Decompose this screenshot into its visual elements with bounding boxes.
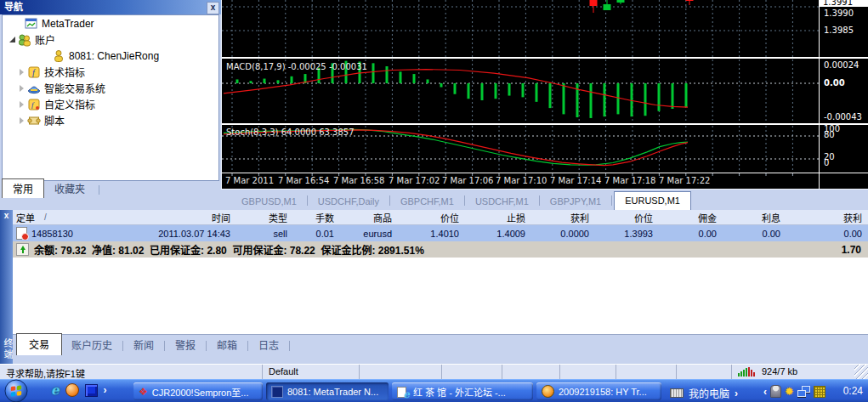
terminal-close-icon[interactable]: x	[0, 211, 13, 220]
tab-separator	[206, 341, 207, 351]
desktop-toolbar[interactable]: 我的电脑 ›	[670, 386, 738, 400]
chart-tab-bar: GBPUSD,M1 USDCHF,Daily GBPCHF,M1 USDCHF,…	[221, 189, 868, 210]
column-header-lots[interactable]: 手数	[293, 211, 340, 224]
navigator-close-icon[interactable]: x	[207, 2, 219, 14]
order-row[interactable]: 14858130 2011.03.07 14:43 sell 0.01 euru…	[13, 225, 868, 241]
toolbar-chevron-icon[interactable]: ›	[735, 388, 738, 399]
tray-network-icon[interactable]	[797, 386, 810, 397]
time-tick: 7 Mar 16:54	[278, 176, 329, 185]
order-id: 14858130	[31, 229, 73, 239]
start-button[interactable]	[3, 379, 29, 402]
tab-journal[interactable]: 日志	[249, 335, 288, 355]
taskbar-button-cjr2000[interactable]: ❖ CJR2000!Sempron至...	[133, 382, 263, 400]
taskbar-button-metatrader[interactable]: 8081: MetaTrader N...	[266, 382, 389, 400]
tray-grid-icon[interactable]	[814, 386, 825, 398]
pinwheel-icon: ❖	[139, 387, 148, 397]
tree-item-metatrader[interactable]: MetaTrader	[3, 15, 218, 31]
navigator-title: 导航	[0, 0, 221, 14]
navigator-tree: MetaTrader 账户 8081: ChenJieRong f 技术指标 智…	[2, 14, 219, 181]
column-header-price2[interactable]: 价位	[595, 211, 659, 224]
taskbar-button-forum[interactable]: e 红 茶 馆 - 外汇论坛 -...	[392, 382, 533, 400]
price-tick: 1.3990	[824, 8, 854, 18]
time-tick: 7 Mar 17:10	[496, 176, 547, 185]
tree-collapsed-icon[interactable]	[20, 117, 24, 124]
status-profile[interactable]: Default	[262, 365, 359, 380]
tree-collapsed-icon[interactable]	[20, 85, 24, 92]
tab-separator	[122, 341, 123, 351]
chart-area[interactable]: MACD(8,17,9) -0.00025 -0.00031 Stoch(8,3…	[221, 0, 868, 189]
tab-news[interactable]: 新闻	[124, 335, 163, 355]
macd-indicator-label: MACD(8,17,9) -0.00025 -0.00031	[226, 62, 367, 71]
traffic-text: 924/7 kb	[762, 366, 797, 377]
taskbar-button-hy-trader[interactable]: 2009219158: HY Tr...	[536, 382, 661, 400]
quicklaunch-chevron-icon[interactable]: ›	[104, 384, 107, 396]
tree-item-label: MetaTrader	[38, 18, 94, 30]
chart-tab-usdchf-m1[interactable]: USDCHF,M1	[467, 194, 537, 210]
stoch-scale-tick: 80	[824, 130, 835, 139]
metatrader-icon	[25, 17, 38, 31]
time-tick: 7 Mar 17:06	[442, 176, 493, 185]
account-icon	[52, 49, 65, 63]
column-header-type[interactable]: 类型	[236, 211, 293, 224]
chart-plot[interactable]	[222, 0, 819, 189]
chart-tab-eurusd-m1[interactable]: EURUSD,M1	[614, 191, 691, 210]
tray-star-icon[interactable]: ✹	[785, 386, 794, 397]
resize-grip[interactable]	[854, 365, 868, 380]
column-header-tp[interactable]: 获利	[531, 211, 595, 224]
column-header-symbol[interactable]: 商品	[340, 211, 398, 224]
ie-quicklaunch-icon[interactable]: e	[51, 384, 60, 397]
accounts-icon	[18, 33, 31, 47]
tree-item-expert-advisors[interactable]: 智能交易系统	[3, 80, 218, 96]
chart-tab-gbpchf-m1[interactable]: GBPCHF,M1	[392, 194, 462, 210]
tab-separator	[307, 195, 308, 206]
system-tray: ‹ ✹	[763, 385, 825, 398]
tab-favorites[interactable]: 收藏夹	[44, 179, 95, 198]
tree-item-custom-indicators[interactable]: f 自定义指标	[3, 96, 218, 112]
column-header-price[interactable]: 价位	[398, 211, 465, 224]
tray-robot-icon[interactable]	[770, 385, 781, 398]
order-lots: 0.01	[293, 229, 340, 239]
chart-tab-gbpusd-m1[interactable]: GBPUSD,M1	[233, 194, 305, 210]
balance-row[interactable]: 余额: 79.32 净值: 81.02 已用保证金: 2.80 可用保证金: 7…	[13, 241, 868, 258]
column-header-order[interactable]: 定单/	[13, 211, 94, 224]
status-network: 924/7 kb	[731, 365, 854, 380]
terminal-tab-area: 交易 账户历史 新闻 警报 邮箱 日志	[13, 334, 868, 364]
column-header-swap[interactable]: 利息	[723, 211, 786, 224]
column-header-commission[interactable]: 佣金	[659, 211, 723, 224]
tab-separator	[389, 195, 390, 206]
tab-trade[interactable]: 交易	[16, 333, 62, 355]
status-help-text: 寻求帮助,请按F1键	[0, 365, 262, 380]
tab-account-history[interactable]: 账户历史	[62, 335, 122, 355]
windows-logo-icon	[3, 379, 29, 402]
tray-collapse-icon[interactable]: ‹	[763, 386, 767, 398]
chart-tab-gbpjpy-m1[interactable]: GBPJPY,M1	[542, 194, 610, 210]
macd-scale-tick: -0.00043	[824, 112, 862, 122]
window-separator[interactable]	[222, 57, 868, 59]
tree-item-account-8081[interactable]: 8081: ChenJieRong	[3, 48, 218, 64]
column-header-time[interactable]: 时间	[94, 211, 236, 224]
status-bar: 寻求帮助,请按F1键 Default 924/7 kb	[0, 364, 868, 380]
tree-collapsed-icon[interactable]	[20, 101, 24, 108]
chart-tab-usdchf-daily[interactable]: USDCHF,Daily	[309, 194, 388, 210]
order-profit: 0.00	[786, 229, 868, 239]
tree-expanded-icon[interactable]	[9, 37, 15, 42]
show-desktop-icon[interactable]	[85, 384, 98, 397]
tree-collapsed-icon[interactable]	[20, 69, 24, 76]
tree-item-indicators[interactable]: f 技术指标	[3, 64, 218, 80]
tree-item-scripts[interactable]: 脚本	[3, 112, 218, 128]
tab-alerts[interactable]: 警报	[166, 335, 205, 355]
status-pane	[441, 365, 502, 380]
taskbar-clock[interactable]: 0:24	[843, 385, 863, 397]
status-pane	[359, 365, 441, 380]
price-scale: 1.3991 1.3990 1.3985 0.00024 0.00 -0.000…	[819, 0, 868, 189]
tab-mailbox[interactable]: 邮箱	[207, 335, 247, 355]
column-header-profit[interactable]: 获利	[786, 211, 868, 224]
column-header-sl[interactable]: 止损	[465, 211, 531, 224]
messenger-icon[interactable]	[65, 383, 79, 397]
order-symbol: eurusd	[340, 229, 398, 239]
window-separator[interactable]	[222, 123, 868, 125]
order-type: sell	[236, 229, 293, 239]
tree-item-label: 智能交易系统	[41, 81, 105, 95]
tab-common[interactable]: 常用	[2, 178, 44, 198]
tree-item-accounts[interactable]: 账户	[3, 31, 218, 48]
